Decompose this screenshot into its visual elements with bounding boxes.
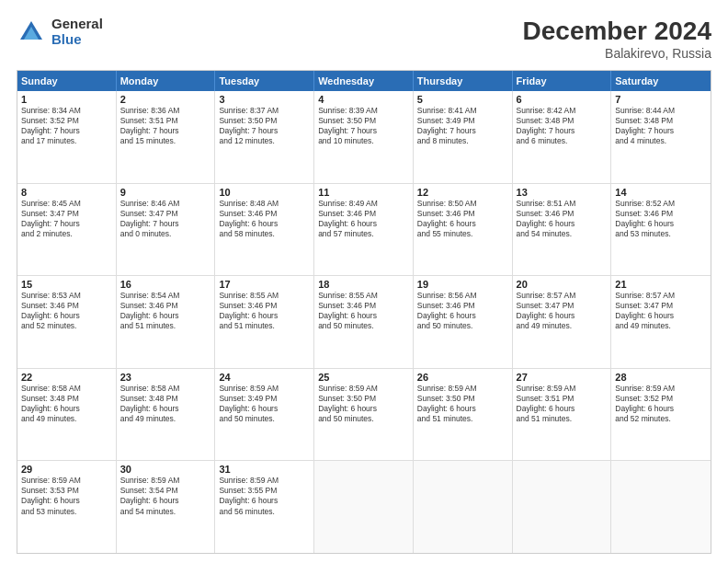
week-row-4: 22Sunrise: 8:58 AM Sunset: 3:48 PM Dayli… — [17, 368, 711, 461]
day-number: 28 — [615, 372, 707, 383]
page: General Blue December 2024 Balakirevo, R… — [0, 0, 728, 563]
header: General Blue December 2024 Balakirevo, R… — [17, 17, 711, 61]
day-cell-6: 6Sunrise: 8:42 AM Sunset: 3:48 PM Daylig… — [513, 91, 612, 183]
day-cell-17: 17Sunrise: 8:55 AM Sunset: 3:46 PM Dayli… — [215, 276, 314, 368]
day-number: 7 — [615, 94, 707, 105]
day-number: 15 — [21, 279, 112, 290]
day-number: 2 — [120, 94, 211, 105]
day-info: Sunrise: 8:58 AM Sunset: 3:48 PM Dayligh… — [21, 384, 112, 424]
day-cell-1: 1Sunrise: 8:34 AM Sunset: 3:52 PM Daylig… — [17, 91, 117, 183]
week-row-1: 1Sunrise: 8:34 AM Sunset: 3:52 PM Daylig… — [17, 91, 711, 183]
logo-text: General Blue — [51, 17, 103, 47]
day-info: Sunrise: 8:51 AM Sunset: 3:46 PM Dayligh… — [517, 199, 608, 239]
title-block: December 2024 Balakirevo, Russia — [523, 17, 711, 61]
day-info: Sunrise: 8:46 AM Sunset: 3:47 PM Dayligh… — [120, 199, 211, 239]
day-number: 23 — [120, 372, 211, 383]
day-info: Sunrise: 8:55 AM Sunset: 3:46 PM Dayligh… — [219, 291, 310, 331]
day-cell-27: 27Sunrise: 8:59 AM Sunset: 3:51 PM Dayli… — [513, 369, 612, 461]
day-cell-13: 13Sunrise: 8:51 AM Sunset: 3:46 PM Dayli… — [513, 184, 612, 276]
day-info: Sunrise: 8:37 AM Sunset: 3:50 PM Dayligh… — [219, 106, 310, 146]
empty-cell — [611, 461, 711, 553]
day-number: 10 — [219, 187, 310, 198]
day-info: Sunrise: 8:48 AM Sunset: 3:46 PM Dayligh… — [219, 199, 310, 239]
day-cell-9: 9Sunrise: 8:46 AM Sunset: 3:47 PM Daylig… — [117, 184, 216, 276]
day-cell-29: 29Sunrise: 8:59 AM Sunset: 3:53 PM Dayli… — [17, 461, 117, 553]
day-cell-14: 14Sunrise: 8:52 AM Sunset: 3:46 PM Dayli… — [611, 184, 711, 276]
day-cell-15: 15Sunrise: 8:53 AM Sunset: 3:46 PM Dayli… — [17, 276, 117, 368]
day-cell-26: 26Sunrise: 8:59 AM Sunset: 3:50 PM Dayli… — [414, 369, 513, 461]
day-info: Sunrise: 8:54 AM Sunset: 3:46 PM Dayligh… — [120, 291, 211, 331]
day-number: 5 — [417, 94, 508, 105]
day-info: Sunrise: 8:59 AM Sunset: 3:53 PM Dayligh… — [21, 476, 112, 516]
day-cell-5: 5Sunrise: 8:41 AM Sunset: 3:49 PM Daylig… — [414, 91, 513, 183]
day-info: Sunrise: 8:55 AM Sunset: 3:46 PM Dayligh… — [318, 291, 409, 331]
day-info: Sunrise: 8:50 AM Sunset: 3:46 PM Dayligh… — [417, 199, 508, 239]
header-wednesday: Wednesday — [314, 71, 414, 91]
day-info: Sunrise: 8:58 AM Sunset: 3:48 PM Dayligh… — [120, 384, 211, 424]
header-thursday: Thursday — [414, 71, 513, 91]
day-info: Sunrise: 8:41 AM Sunset: 3:49 PM Dayligh… — [417, 106, 508, 146]
day-info: Sunrise: 8:42 AM Sunset: 3:48 PM Dayligh… — [517, 106, 608, 146]
day-cell-28: 28Sunrise: 8:59 AM Sunset: 3:52 PM Dayli… — [611, 369, 711, 461]
empty-cell — [314, 461, 414, 553]
day-info: Sunrise: 8:59 AM Sunset: 3:50 PM Dayligh… — [417, 384, 508, 424]
day-cell-24: 24Sunrise: 8:59 AM Sunset: 3:49 PM Dayli… — [215, 369, 314, 461]
day-number: 9 — [120, 187, 211, 198]
day-cell-23: 23Sunrise: 8:58 AM Sunset: 3:48 PM Dayli… — [117, 369, 216, 461]
day-cell-20: 20Sunrise: 8:57 AM Sunset: 3:47 PM Dayli… — [513, 276, 612, 368]
day-number: 22 — [21, 372, 112, 383]
calendar-header: SundayMondayTuesdayWednesdayThursdayFrid… — [17, 71, 711, 91]
day-number: 30 — [120, 464, 211, 475]
day-number: 17 — [219, 279, 310, 290]
day-cell-2: 2Sunrise: 8:36 AM Sunset: 3:51 PM Daylig… — [117, 91, 216, 183]
day-info: Sunrise: 8:59 AM Sunset: 3:52 PM Dayligh… — [615, 384, 707, 424]
week-row-5: 29Sunrise: 8:59 AM Sunset: 3:53 PM Dayli… — [17, 460, 711, 553]
logo: General Blue — [17, 17, 103, 47]
day-info: Sunrise: 8:59 AM Sunset: 3:50 PM Dayligh… — [318, 384, 409, 424]
day-number: 25 — [318, 372, 409, 383]
header-tuesday: Tuesday — [215, 71, 314, 91]
day-cell-7: 7Sunrise: 8:44 AM Sunset: 3:48 PM Daylig… — [611, 91, 711, 183]
week-row-2: 8Sunrise: 8:45 AM Sunset: 3:47 PM Daylig… — [17, 183, 711, 276]
day-cell-8: 8Sunrise: 8:45 AM Sunset: 3:47 PM Daylig… — [17, 184, 117, 276]
header-sunday: Sunday — [17, 71, 117, 91]
logo-blue-text: Blue — [51, 32, 103, 48]
day-number: 24 — [219, 372, 310, 383]
day-cell-11: 11Sunrise: 8:49 AM Sunset: 3:46 PM Dayli… — [314, 184, 414, 276]
day-cell-4: 4Sunrise: 8:39 AM Sunset: 3:50 PM Daylig… — [314, 91, 414, 183]
empty-cell — [513, 461, 612, 553]
day-cell-30: 30Sunrise: 8:59 AM Sunset: 3:54 PM Dayli… — [117, 461, 216, 553]
day-info: Sunrise: 8:57 AM Sunset: 3:47 PM Dayligh… — [517, 291, 608, 331]
day-number: 14 — [615, 187, 707, 198]
day-number: 8 — [21, 187, 112, 198]
day-number: 1 — [21, 94, 112, 105]
day-info: Sunrise: 8:49 AM Sunset: 3:46 PM Dayligh… — [318, 199, 409, 239]
day-info: Sunrise: 8:56 AM Sunset: 3:46 PM Dayligh… — [417, 291, 508, 331]
day-number: 6 — [517, 94, 608, 105]
empty-cell — [414, 461, 513, 553]
day-number: 29 — [21, 464, 112, 475]
day-cell-3: 3Sunrise: 8:37 AM Sunset: 3:50 PM Daylig… — [215, 91, 314, 183]
day-cell-10: 10Sunrise: 8:48 AM Sunset: 3:46 PM Dayli… — [215, 184, 314, 276]
calendar-subtitle: Balakirevo, Russia — [523, 46, 711, 61]
day-cell-16: 16Sunrise: 8:54 AM Sunset: 3:46 PM Dayli… — [117, 276, 216, 368]
day-info: Sunrise: 8:59 AM Sunset: 3:54 PM Dayligh… — [120, 476, 211, 516]
day-info: Sunrise: 8:44 AM Sunset: 3:48 PM Dayligh… — [615, 106, 707, 146]
day-number: 3 — [219, 94, 310, 105]
day-info: Sunrise: 8:52 AM Sunset: 3:46 PM Dayligh… — [615, 199, 707, 239]
day-cell-12: 12Sunrise: 8:50 AM Sunset: 3:46 PM Dayli… — [414, 184, 513, 276]
logo-general-text: General — [51, 17, 103, 32]
day-number: 31 — [219, 464, 310, 475]
day-cell-21: 21Sunrise: 8:57 AM Sunset: 3:47 PM Dayli… — [611, 276, 711, 368]
day-number: 19 — [417, 279, 508, 290]
day-info: Sunrise: 8:34 AM Sunset: 3:52 PM Dayligh… — [21, 106, 112, 146]
day-info: Sunrise: 8:59 AM Sunset: 3:49 PM Dayligh… — [219, 384, 310, 424]
day-cell-18: 18Sunrise: 8:55 AM Sunset: 3:46 PM Dayli… — [314, 276, 414, 368]
calendar-title: December 2024 — [523, 17, 711, 46]
day-cell-25: 25Sunrise: 8:59 AM Sunset: 3:50 PM Dayli… — [314, 369, 414, 461]
day-number: 27 — [517, 372, 608, 383]
header-monday: Monday — [117, 71, 216, 91]
day-info: Sunrise: 8:59 AM Sunset: 3:55 PM Dayligh… — [219, 476, 310, 516]
header-saturday: Saturday — [611, 71, 711, 91]
calendar: SundayMondayTuesdayWednesdayThursdayFrid… — [17, 70, 711, 554]
